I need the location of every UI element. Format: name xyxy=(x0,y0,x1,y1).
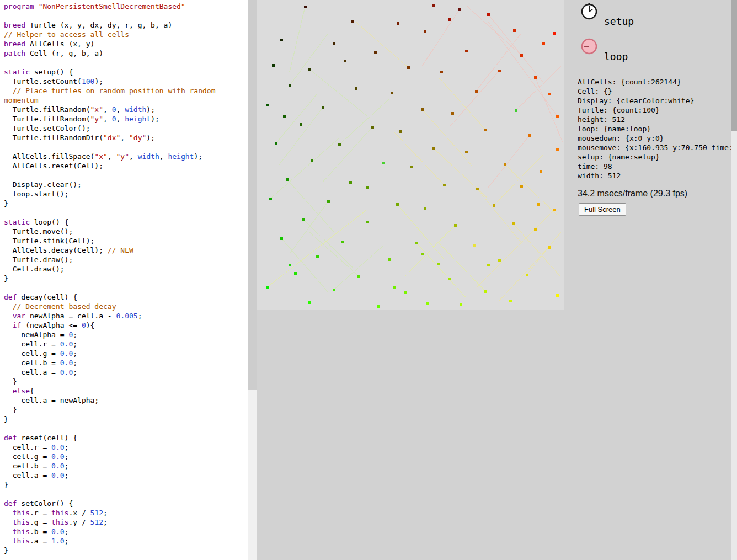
code-line: Turtle.stink(Cell); xyxy=(4,236,248,246)
turtle xyxy=(351,20,354,23)
turtle xyxy=(512,222,515,225)
turtle xyxy=(537,203,540,206)
loop-button-label[interactable]: loop xyxy=(604,51,628,63)
turtle-trail xyxy=(290,7,305,72)
turtle-trail xyxy=(439,77,485,130)
turtle xyxy=(534,76,537,79)
simulation-canvas[interactable] xyxy=(257,0,564,310)
turtle-trail xyxy=(276,94,317,143)
turtle xyxy=(487,13,490,16)
turtle-trail xyxy=(416,243,466,298)
turtle xyxy=(272,64,275,67)
turtle xyxy=(498,259,501,262)
turtle xyxy=(548,93,551,95)
loop-button[interactable]: loop xyxy=(578,36,704,71)
status-line: AllCells: {count:262144} xyxy=(578,77,731,87)
turtle xyxy=(366,221,368,223)
turtle xyxy=(349,181,352,184)
turtle xyxy=(333,42,335,45)
turtle xyxy=(548,246,551,249)
code-line xyxy=(4,283,248,292)
turtle xyxy=(476,188,479,190)
code-line: AllCells.reset(Cell); xyxy=(4,161,248,170)
code-line: def reset(cell) { xyxy=(4,433,248,442)
turtle xyxy=(308,68,311,71)
code-line: Turtle.fillRandom("y", 0, height); xyxy=(4,114,248,124)
code-line xyxy=(4,58,248,67)
code-line: program "NonPersistentSmellDecrementBase… xyxy=(4,2,248,11)
turtle xyxy=(266,104,269,106)
turtle xyxy=(283,115,286,118)
turtle xyxy=(286,178,289,181)
turtle xyxy=(424,207,426,210)
code-line xyxy=(4,11,248,20)
code-line: this.g = this.y / 512; xyxy=(4,518,248,527)
turtle xyxy=(377,305,380,308)
code-line: } xyxy=(4,546,248,555)
turtle xyxy=(426,302,429,305)
turtle xyxy=(487,264,490,266)
turtle xyxy=(266,286,269,289)
turtle xyxy=(553,32,556,35)
turtle xyxy=(448,18,451,21)
code-line: def decay(cell) { xyxy=(4,292,248,302)
turtle xyxy=(327,200,330,203)
setup-button[interactable]: setup xyxy=(578,1,704,35)
turtle xyxy=(556,294,559,297)
turtle xyxy=(304,6,307,8)
turtle-trail xyxy=(268,210,367,287)
setup-button-label[interactable]: setup xyxy=(604,15,634,28)
turtle xyxy=(528,134,531,137)
turtle xyxy=(542,42,545,45)
code-line: Turtle.setCount(100); xyxy=(4,77,248,86)
turtle xyxy=(451,112,454,115)
loop-running-icon[interactable] xyxy=(579,36,599,56)
turtle-trail xyxy=(476,33,521,91)
fullscreen-button[interactable]: Full Screen xyxy=(579,203,626,216)
code-line xyxy=(4,489,248,499)
code-editor[interactable]: program "NonPersistentSmellDecrementBase… xyxy=(0,0,248,560)
turtle xyxy=(432,4,435,7)
code-line: loop.start(); xyxy=(4,189,248,199)
turtle xyxy=(437,263,440,265)
turtle xyxy=(388,258,391,261)
turtle xyxy=(475,90,478,93)
code-line: } xyxy=(4,405,248,414)
code-line: Turtle.setColor(); xyxy=(4,124,248,133)
code-line: this.b = 0.0; xyxy=(4,527,248,536)
turtle xyxy=(397,22,399,25)
code-line: // Place turtles on random position with… xyxy=(4,86,248,95)
turtle-trail xyxy=(450,71,499,127)
editor-scrollbar-thumb[interactable] xyxy=(248,0,257,390)
turtle-trail xyxy=(287,179,334,232)
code-line: Display.clear(); xyxy=(4,180,248,189)
turtle xyxy=(391,92,393,94)
turtle xyxy=(404,291,407,294)
turtle xyxy=(534,228,537,231)
code-line: Turtle.draw(); xyxy=(4,255,248,264)
turtle xyxy=(432,147,435,150)
page-scrollbar-thumb[interactable] xyxy=(731,0,737,131)
turtle-trail xyxy=(439,243,485,291)
code-line: static loop() { xyxy=(4,217,248,227)
code-line: cell.a = 0.0; xyxy=(4,367,248,377)
code-line: Turtle.fillRandomDir("dx", "dy"); xyxy=(4,133,248,142)
code-line: cell.a = 0.0; xyxy=(4,471,248,480)
turtle xyxy=(454,224,457,227)
turtle-trail xyxy=(513,223,560,276)
code-line: } xyxy=(4,274,248,283)
code-line: } xyxy=(4,377,248,386)
turtle xyxy=(341,241,344,243)
editor-scrollbar[interactable] xyxy=(248,0,257,560)
setup-clock-icon[interactable] xyxy=(579,1,599,21)
code-line: // Helper to access all cells xyxy=(4,30,248,39)
code-line: def setColor() { xyxy=(4,499,248,508)
page-scrollbar[interactable] xyxy=(731,0,737,560)
code-line: // Decrement-based decay xyxy=(4,302,248,311)
turtle xyxy=(458,8,461,11)
turtle xyxy=(509,300,512,302)
turtle xyxy=(465,50,468,52)
turtle xyxy=(280,39,283,41)
turtle xyxy=(322,106,324,109)
turtle-trail xyxy=(488,22,557,116)
